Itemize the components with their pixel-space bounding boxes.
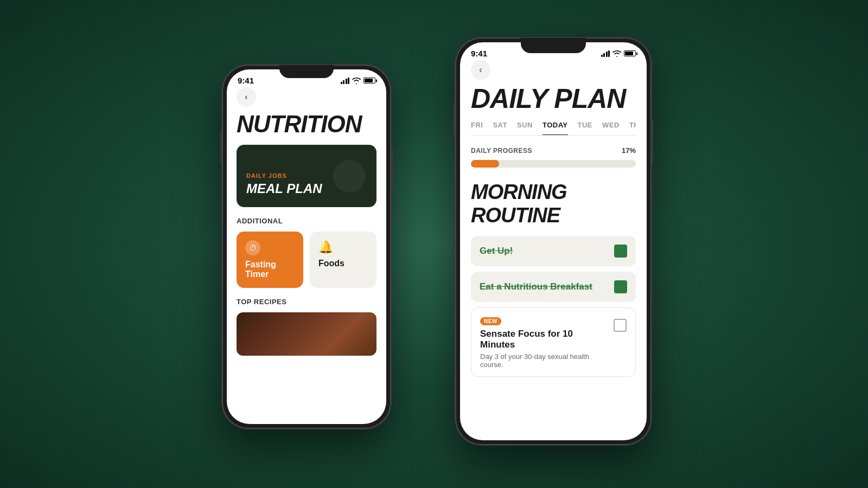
meal-plan-title: MEAL PLAN	[246, 181, 367, 196]
additional-label: ADDITIONAL	[237, 217, 376, 225]
phones-container: 9:41	[190, 22, 678, 466]
signal-icon-back	[341, 78, 350, 84]
fasting-timer-card[interactable]: ⏱ Fasting Timer	[237, 232, 303, 288]
daily-jobs-label: DAILY JOBS	[246, 172, 367, 179]
tab-fri[interactable]: FRI	[471, 121, 483, 135]
task-breakfast[interactable]: Eat a Nutritious Breakfast	[471, 272, 636, 302]
screen-content-front: ‹ DAILY PLAN FRI SAT SUN TODAY TUE WED T…	[460, 60, 647, 431]
tab-tue[interactable]: TUE	[578, 121, 593, 135]
battery-icon-front	[624, 50, 636, 56]
task-get-up-checkbox[interactable]	[614, 245, 627, 258]
task-sensate-checkbox[interactable]	[614, 319, 627, 332]
task-new-subtitle: Day 3 of your 30-day sexual health cours…	[480, 352, 607, 369]
morning-routine-title: MORNING ROUTINE	[471, 181, 636, 227]
phone-back: 9:41	[222, 65, 391, 428]
status-icons-back	[341, 78, 376, 84]
recipe-image	[237, 312, 376, 356]
progress-bar-background	[471, 160, 636, 168]
task-sensate-focus[interactable]: NEW Sensate Focus for 10 Minutes Day 3 o…	[471, 307, 636, 377]
fasting-label: Fasting Timer	[245, 260, 295, 279]
back-button-daily-plan[interactable]: ‹	[471, 60, 490, 80]
chevron-left-icon: ‹	[245, 93, 247, 101]
task-new-content: NEW Sensate Focus for 10 Minutes Day 3 o…	[480, 316, 607, 369]
phone-front: 9:41	[456, 38, 651, 445]
progress-bar-fill	[471, 160, 499, 168]
progress-percent: 17%	[622, 146, 636, 155]
additional-cards: ⏱ Fasting Timer 🔔 Foods	[237, 232, 376, 288]
task-new-header: NEW Sensate Focus for 10 Minutes Day 3 o…	[480, 316, 627, 369]
daily-plan-title: DAILY PLAN	[471, 85, 636, 112]
task-breakfast-checkbox[interactable]	[614, 280, 627, 293]
signal-icon-front	[601, 50, 610, 57]
tab-th[interactable]: TH	[629, 121, 636, 135]
foods-card[interactable]: 🔔 Foods	[310, 232, 376, 288]
task-get-up[interactable]: Get Up!	[471, 236, 636, 266]
foods-icon: 🔔	[318, 240, 333, 254]
battery-icon-back	[363, 78, 375, 84]
wifi-icon-front	[612, 50, 621, 57]
progress-label: DAILY PROGRESS	[471, 147, 532, 155]
notch-back	[279, 65, 334, 78]
meal-plan-card[interactable]: DAILY JOBS MEAL PLAN	[237, 145, 376, 207]
notch-front	[521, 38, 586, 53]
new-badge: NEW	[480, 317, 501, 325]
task-breakfast-text: Eat a Nutritious Breakfast	[480, 281, 592, 292]
tab-today[interactable]: TODAY	[542, 121, 568, 136]
tab-sun[interactable]: SUN	[517, 121, 533, 135]
foods-label: Foods	[318, 259, 344, 268]
status-icons-front	[601, 50, 636, 57]
screen-content-back: ‹ NUTRITION DAILY JOBS MEAL PLAN ADDITIO…	[227, 87, 386, 415]
wifi-icon-back	[352, 78, 361, 84]
top-recipes-label: TOP RECIPES	[237, 298, 376, 306]
chevron-left-icon-front: ‹	[479, 66, 482, 74]
back-button-nutrition[interactable]: ‹	[237, 87, 256, 107]
day-tabs: FRI SAT SUN TODAY TUE WED TH	[471, 121, 636, 136]
fasting-icon: ⏱	[245, 240, 260, 255]
time-back: 9:41	[238, 76, 254, 85]
screen-back: 9:41	[227, 69, 386, 424]
task-new-title: Sensate Focus for 10 Minutes	[480, 329, 607, 350]
task-get-up-text: Get Up!	[480, 246, 513, 256]
nutrition-title: NUTRITION	[237, 112, 376, 136]
tab-wed[interactable]: WED	[602, 121, 620, 135]
time-front: 9:41	[471, 49, 487, 58]
screen-front: 9:41	[460, 42, 647, 440]
tab-sat[interactable]: SAT	[493, 121, 507, 135]
progress-header: DAILY PROGRESS 17%	[471, 146, 636, 155]
